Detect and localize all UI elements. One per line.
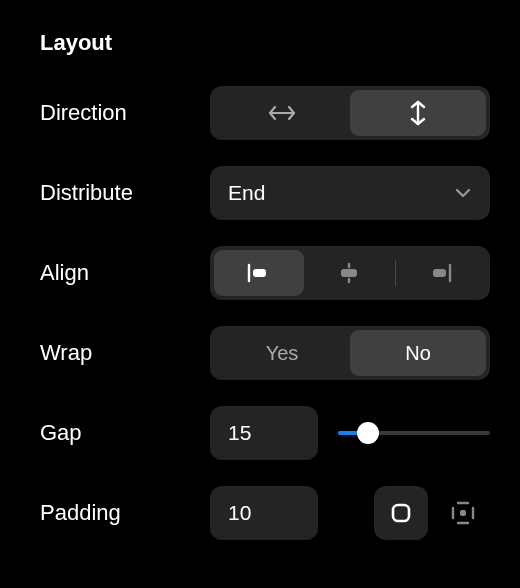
padding-individual-button[interactable] [436, 486, 490, 540]
direction-segmented [210, 86, 490, 140]
distribute-value: End [228, 181, 265, 205]
svg-rect-7 [433, 269, 446, 277]
svg-rect-9 [393, 505, 409, 521]
padding-uniform-button[interactable] [374, 486, 428, 540]
section-title: Layout [40, 30, 490, 56]
direction-horizontal-button[interactable] [214, 90, 350, 136]
padding-label: Padding [40, 500, 210, 526]
distribute-label: Distribute [40, 180, 210, 206]
align-start-button[interactable] [214, 250, 304, 296]
wrap-row: Wrap Yes No [40, 326, 490, 380]
gap-slider[interactable] [338, 421, 490, 445]
align-center-icon [336, 262, 362, 284]
align-start-icon [246, 263, 272, 283]
padding-individual-icon [450, 500, 476, 526]
chevron-down-icon [454, 187, 472, 199]
svg-rect-3 [253, 269, 266, 277]
padding-input[interactable]: 10 [210, 486, 318, 540]
distribute-dropdown[interactable]: End [210, 166, 490, 220]
arrow-up-down-icon [407, 99, 429, 127]
wrap-segmented: Yes No [210, 326, 490, 380]
arrow-left-right-icon [267, 102, 297, 124]
direction-row: Direction [40, 86, 490, 140]
gap-input[interactable]: 15 [210, 406, 318, 460]
wrap-no-button[interactable]: No [350, 330, 486, 376]
align-label: Align [40, 260, 210, 286]
svg-rect-6 [341, 269, 357, 277]
align-end-button[interactable] [396, 250, 486, 296]
align-end-icon [428, 263, 454, 283]
direction-vertical-button[interactable] [350, 90, 486, 136]
gap-slider-thumb[interactable] [357, 422, 379, 444]
gap-row: Gap 15 [40, 406, 490, 460]
padding-uniform-icon [389, 501, 413, 525]
align-center-button[interactable] [304, 250, 394, 296]
distribute-row: Distribute End [40, 166, 490, 220]
align-row: Align [40, 246, 490, 300]
align-segmented [210, 246, 490, 300]
direction-label: Direction [40, 100, 210, 126]
svg-rect-14 [460, 510, 466, 516]
padding-row: Padding 10 [40, 486, 490, 540]
wrap-yes-button[interactable]: Yes [214, 330, 350, 376]
wrap-label: Wrap [40, 340, 210, 366]
gap-label: Gap [40, 420, 210, 446]
